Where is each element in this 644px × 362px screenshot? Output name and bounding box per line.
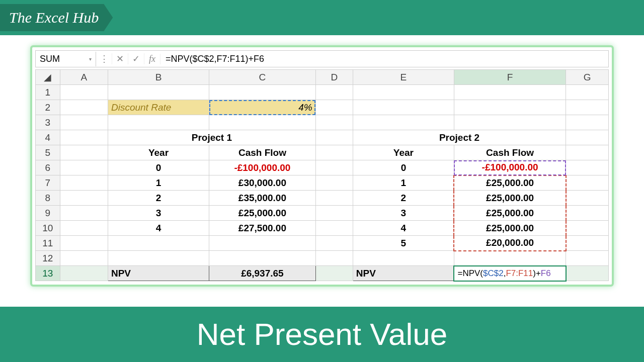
p2-year-5[interactable]: 5: [353, 236, 454, 251]
col-header-B[interactable]: B: [108, 70, 209, 85]
p1-cash-4[interactable]: £27,500.00: [209, 221, 316, 236]
column-headers-row: ◢ A B C D E F G: [36, 70, 609, 85]
row-header-2[interactable]: 2: [36, 100, 60, 115]
p2-year-4[interactable]: 4: [353, 221, 454, 236]
row-header-8[interactable]: 8: [36, 191, 60, 206]
select-all-corner[interactable]: ◢: [36, 70, 60, 85]
p2-npv-editing-cell[interactable]: =NPV($C$2,F7:F11)+F6: [454, 266, 566, 281]
discount-rate-value[interactable]: 4%: [209, 100, 316, 115]
name-box-value: SUM: [40, 54, 60, 64]
row-header-7[interactable]: 7: [36, 175, 60, 191]
row-header-9[interactable]: 9: [36, 206, 60, 221]
name-box-dropdown-icon[interactable]: ▾: [89, 56, 92, 62]
project2-title[interactable]: Project 2: [353, 130, 566, 145]
p2-cash-4[interactable]: £25,000.00: [454, 221, 566, 236]
p1-year-3[interactable]: 3: [108, 206, 209, 221]
row-header-10[interactable]: 10: [36, 221, 60, 236]
col-header-C[interactable]: C: [209, 70, 316, 85]
p2-npv-label[interactable]: NPV: [353, 266, 454, 281]
col-header-A[interactable]: A: [60, 70, 108, 85]
row-header-11[interactable]: 11: [36, 236, 60, 251]
row-header-13[interactable]: 13: [36, 266, 60, 281]
p2-year-2[interactable]: 2: [353, 191, 454, 206]
col-header-E[interactable]: E: [353, 70, 454, 85]
p1-year-header[interactable]: Year: [108, 145, 209, 160]
p2-cash-1[interactable]: £25,000.00: [454, 175, 566, 191]
p1-cash-header[interactable]: Cash Flow: [209, 145, 316, 160]
discount-rate-label[interactable]: Discount Rate: [108, 100, 209, 115]
p1-year-4[interactable]: 4: [108, 221, 209, 236]
col-header-F[interactable]: F: [454, 70, 566, 85]
formula-bar: SUM ▾ ⋮ ✕ ✓ fx =NPV($C$2,F7:F11)+F6: [35, 50, 609, 67]
footer-title-bar: Net Present Value: [0, 307, 644, 362]
formula-input[interactable]: =NPV($C$2,F7:F11)+F6: [160, 54, 608, 64]
p2-cash-2[interactable]: £25,000.00: [454, 191, 566, 206]
p2-year-3[interactable]: 3: [353, 206, 454, 221]
p2-year-0[interactable]: 0: [353, 160, 454, 175]
row-header-4[interactable]: 4: [36, 130, 60, 145]
p2-cash-header[interactable]: Cash Flow: [454, 145, 566, 160]
row-header-12[interactable]: 12: [36, 251, 60, 266]
spreadsheet-grid[interactable]: ◢ A B C D E F G 1 2 Discount Rate 4% 3 4…: [35, 69, 609, 282]
p1-year-1[interactable]: 1: [108, 175, 209, 191]
p1-cash-1[interactable]: £30,000.00: [209, 175, 316, 191]
project1-title[interactable]: Project 1: [108, 130, 315, 145]
p1-cash-2[interactable]: £35,000.00: [209, 191, 316, 206]
p1-year-2[interactable]: 2: [108, 191, 209, 206]
brand-flag: The Excel Hub: [0, 4, 113, 31]
cancel-icon[interactable]: ✕: [112, 53, 128, 64]
row-header-6[interactable]: 6: [36, 160, 60, 175]
p1-year-0[interactable]: 0: [108, 160, 209, 175]
p2-cash-5[interactable]: £20,000.00: [454, 236, 566, 251]
footer-title: Net Present Value: [197, 317, 448, 351]
p2-year-1[interactable]: 1: [353, 175, 454, 191]
col-header-G[interactable]: G: [566, 70, 609, 85]
enter-icon[interactable]: ✓: [128, 53, 144, 64]
p2-cash-0[interactable]: -£100,000.00: [454, 160, 566, 175]
top-banner: The Excel Hub: [0, 0, 644, 35]
p2-cash-3[interactable]: £25,000.00: [454, 206, 566, 221]
name-box[interactable]: SUM ▾: [36, 52, 96, 66]
vdots-icon[interactable]: ⋮: [96, 53, 112, 64]
row-header-1[interactable]: 1: [36, 85, 60, 100]
excel-window: SUM ▾ ⋮ ✕ ✓ fx =NPV($C$2,F7:F11)+F6 ◢ A …: [30, 45, 614, 287]
p2-year-header[interactable]: Year: [353, 145, 454, 160]
row-header-5[interactable]: 5: [36, 145, 60, 160]
fx-icon[interactable]: fx: [144, 54, 160, 64]
p1-npv-value[interactable]: £6,937.65: [209, 266, 316, 281]
row-header-3[interactable]: 3: [36, 115, 60, 130]
col-header-D[interactable]: D: [315, 70, 353, 85]
p1-cash-0[interactable]: -£100,000.00: [209, 160, 316, 175]
p1-npv-label[interactable]: NPV: [108, 266, 209, 281]
p1-cash-3[interactable]: £25,000.00: [209, 206, 316, 221]
